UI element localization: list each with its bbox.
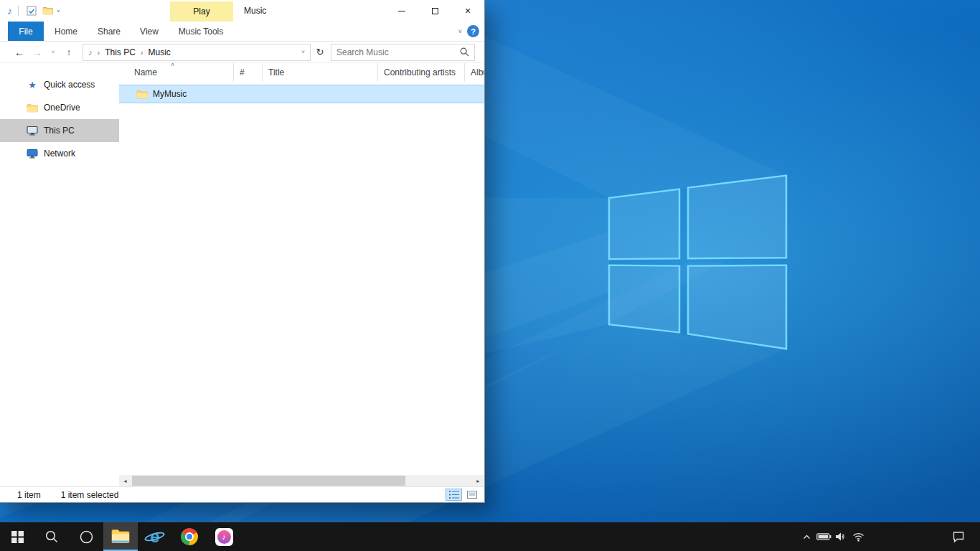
tab-music-tools[interactable]: Music Tools <box>169 22 233 41</box>
itunes-button[interactable]: ♪ <box>207 522 241 551</box>
details-view-icon <box>449 491 459 499</box>
large-icons-view-button[interactable] <box>463 489 480 501</box>
folder-icon <box>111 529 130 544</box>
window-titlebar[interactable]: ♪ ˅ Play Music × <box>0 0 484 22</box>
horizontal-scrollbar[interactable]: ◄ ► <box>119 475 484 486</box>
cortana-icon <box>80 530 93 544</box>
up-button[interactable]: ↑ <box>60 44 78 61</box>
qat-properties-button[interactable] <box>24 4 39 18</box>
maximize-button[interactable] <box>418 0 451 22</box>
music-note-icon: ♪ <box>215 528 233 546</box>
explorer-main: ★ Quick access OneDrive <box>0 63 484 475</box>
window-title: Music <box>244 0 266 22</box>
window-controls: × <box>385 0 484 22</box>
tab-file[interactable]: File <box>8 22 44 41</box>
sidebar-item-network[interactable]: Network <box>0 142 119 165</box>
selection-count: 1 item selected <box>61 490 119 500</box>
sidebar-item-label: Quick access <box>44 80 95 90</box>
properties-icon <box>27 6 37 16</box>
scroll-right-button[interactable]: ► <box>472 475 484 486</box>
music-note-icon: ♪ <box>88 48 93 57</box>
network-indicator[interactable] <box>849 522 867 551</box>
address-toolbar: ← → ˅ ↑ ♪ › This PC › Music ˅ ↻ <box>0 42 484 63</box>
breadcrumb-music[interactable]: Music <box>149 47 171 57</box>
forward-button[interactable]: → <box>28 44 47 61</box>
qat-new-folder-button[interactable] <box>40 4 55 18</box>
column-header-title[interactable]: Title <box>263 63 378 82</box>
sidebar-item-onedrive[interactable]: OneDrive <box>0 96 119 119</box>
large-icons-view-icon <box>467 491 477 499</box>
cortana-button[interactable] <box>69 522 103 551</box>
recent-locations-dropdown[interactable]: ˅ <box>47 44 60 61</box>
sort-ascending-icon: ˄ <box>171 63 174 68</box>
tab-share[interactable]: Share <box>88 22 130 41</box>
tab-home[interactable]: Home <box>44 22 88 41</box>
chevron-right-icon[interactable]: › <box>141 48 143 57</box>
windows-logo-icon <box>11 531 24 543</box>
back-button[interactable]: ← <box>11 44 28 61</box>
taskbar-search-button[interactable] <box>34 522 69 551</box>
speaker-icon <box>835 532 847 542</box>
details-view-button[interactable] <box>446 489 462 501</box>
column-header-number[interactable]: # <box>234 63 263 82</box>
qat-customize-dropdown[interactable]: ˅ <box>57 8 60 14</box>
chrome-button[interactable] <box>172 522 207 551</box>
tab-view[interactable]: View <box>130 22 169 41</box>
computer-icon <box>26 126 39 136</box>
wifi-icon <box>852 532 864 542</box>
file-row-mymusic[interactable]: MyMusic <box>119 85 484 103</box>
column-headers: ˄ Name # Title Contributing artists Albu… <box>119 63 484 82</box>
close-button[interactable]: × <box>451 0 484 22</box>
sidebar-item-label: OneDrive <box>44 103 80 113</box>
taskbar: e ♪ <box>0 522 980 551</box>
column-label: Name <box>134 67 157 77</box>
view-toggles <box>444 489 480 501</box>
ribbon-collapse-button[interactable]: ˅ <box>458 22 462 41</box>
column-header-name[interactable]: ˄ Name <box>119 63 234 82</box>
scrollbar-thumb[interactable] <box>132 476 405 486</box>
search-box[interactable] <box>331 44 475 61</box>
notification-icon <box>952 531 965 543</box>
sidebar-item-quick-access[interactable]: ★ Quick access <box>0 73 119 96</box>
minimize-button[interactable] <box>385 0 418 22</box>
action-center-button[interactable] <box>948 522 969 551</box>
internet-explorer-button[interactable]: e <box>138 522 172 551</box>
volume-indicator[interactable] <box>832 522 849 551</box>
help-button[interactable]: ? <box>467 25 479 37</box>
titlebar-divider <box>18 6 19 16</box>
scroll-left-button[interactable]: ◄ <box>119 475 131 486</box>
battery-indicator[interactable] <box>815 522 832 551</box>
chevron-right-icon[interactable]: › <box>98 48 100 57</box>
refresh-button[interactable]: ↻ <box>314 47 326 57</box>
column-header-contributing-artists[interactable]: Contributing artists <box>378 63 465 82</box>
network-icon <box>26 149 39 159</box>
contextual-tab-play[interactable]: Play <box>170 1 233 22</box>
ie-icon: e <box>145 527 165 547</box>
navigation-pane: ★ Quick access OneDrive <box>0 63 119 475</box>
system-tray <box>798 522 980 551</box>
status-bar: 1 item 1 item selected <box>0 486 484 502</box>
file-explorer-window: ♪ ˅ Play Music × <box>0 0 485 503</box>
address-dropdown-icon[interactable]: ˅ <box>301 49 305 55</box>
maximize-icon <box>432 8 438 14</box>
sidebar-item-label: This PC <box>44 126 75 136</box>
battery-icon <box>816 532 831 542</box>
taskbar-file-explorer-button[interactable] <box>103 522 138 551</box>
start-button[interactable] <box>0 522 34 551</box>
taskbar-spacer <box>867 522 948 551</box>
file-name: MyMusic <box>153 89 187 99</box>
ribbon-tabs: File Home Share View Music Tools ˅ ? <box>0 22 484 42</box>
breadcrumb-this-pc[interactable]: This PC <box>105 47 136 57</box>
search-input[interactable] <box>336 47 460 57</box>
sidebar-item-this-pc[interactable]: This PC <box>0 119 119 142</box>
address-bar[interactable]: ♪ › This PC › Music ˅ <box>83 44 311 61</box>
show-hidden-icons-button[interactable] <box>798 522 815 551</box>
column-header-album[interactable]: Album <box>465 63 484 82</box>
chrome-icon <box>181 528 198 545</box>
folder-icon <box>42 6 53 15</box>
file-list-pane: ˄ Name # Title Contributing artists Albu… <box>119 63 484 475</box>
search-icon <box>460 47 469 57</box>
item-count: 1 item <box>17 490 41 500</box>
folder-icon <box>26 103 39 113</box>
folder-icon <box>136 90 148 99</box>
